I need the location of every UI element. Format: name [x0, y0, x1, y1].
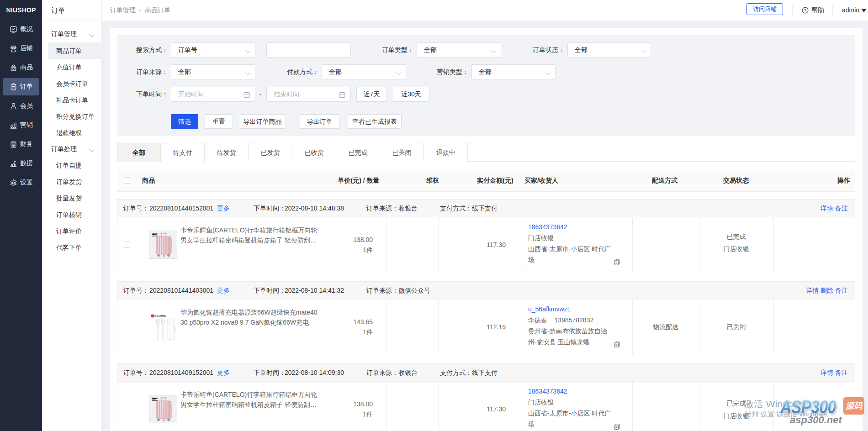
svg-text:?: ? — [804, 8, 806, 13]
svg-text:HUAWEI: HUAWEI — [155, 315, 166, 317]
